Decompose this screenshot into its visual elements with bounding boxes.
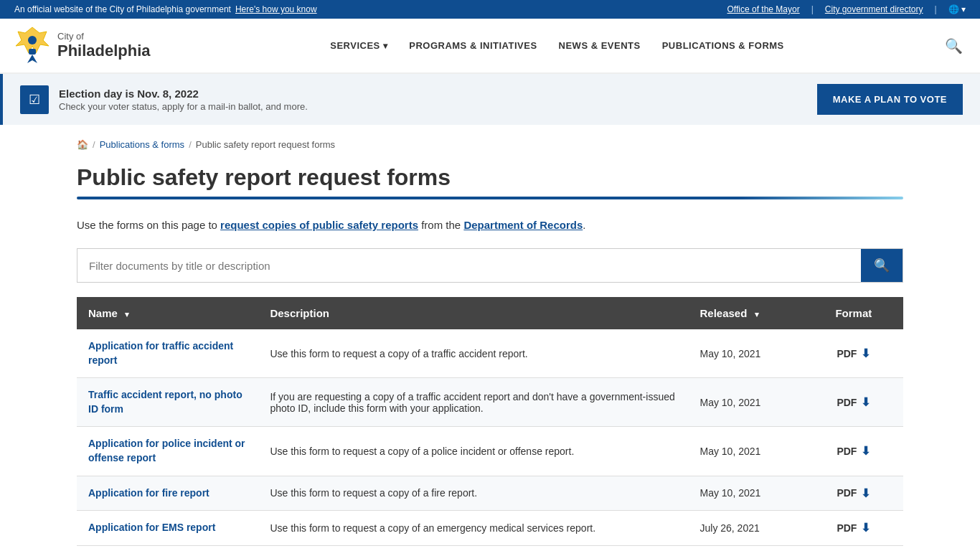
doc-name-link[interactable]: Application for police incident or offen… xyxy=(88,438,245,463)
main-content: 🏠 / Publications & forms / Public safety… xyxy=(60,125,920,551)
top-bar: An official website of the City of Phila… xyxy=(0,0,980,19)
site-header: City of Philadelphia SERVICES PROGRAMS &… xyxy=(0,19,980,74)
breadcrumb-current: Public safety report request forms xyxy=(196,139,335,150)
doc-name-link[interactable]: Traffic accident report, no photo ID for… xyxy=(88,389,242,415)
doc-name-link[interactable]: Application for traffic accident report xyxy=(88,340,233,366)
desc-middle: from the xyxy=(418,219,463,231)
table-row: Application for traffic accident report … xyxy=(77,329,903,378)
how-to-know-link[interactable]: Here's how you know xyxy=(235,4,317,14)
breadcrumb-home-link[interactable]: 🏠 xyxy=(77,139,88,150)
col-desc-header: Description xyxy=(258,297,688,329)
col-name-header[interactable]: Name ▾ xyxy=(77,297,258,329)
doc-released-cell: May 10, 2021 xyxy=(688,476,804,511)
title-underline xyxy=(77,197,903,199)
ballot-icon: ☑ xyxy=(29,92,40,108)
download-icon[interactable]: ⬇ xyxy=(861,395,870,409)
doc-format-cell: PDF ⬇ xyxy=(804,511,903,546)
alert-banner: ☑ Election day is Nov. 8, 2022 Check you… xyxy=(0,74,980,125)
desc-prefix: Use the forms on this page to xyxy=(77,219,220,231)
svg-marker-3 xyxy=(27,55,37,63)
alert-content: ☑ Election day is Nov. 8, 2022 Check you… xyxy=(20,85,308,114)
doc-name-link[interactable]: Application for EMS report xyxy=(88,522,215,533)
doc-format-cell: PDF ⬇ xyxy=(804,476,903,511)
logo-philly: Philadelphia xyxy=(57,42,151,60)
search-submit-button[interactable]: 🔍 xyxy=(861,249,903,282)
doc-name-cell: Application for police incident or offen… xyxy=(77,427,258,476)
doc-desc-cell: Use this form to request a copy of an em… xyxy=(258,511,688,546)
col-released-header[interactable]: Released ▾ xyxy=(688,297,804,329)
download-icon[interactable]: ⬇ xyxy=(861,521,870,534)
format-label: PDF xyxy=(837,487,857,499)
breadcrumb: 🏠 / Publications & forms / Public safety… xyxy=(77,139,903,150)
documents-table: Name ▾ Description Released ▾ Format App… xyxy=(77,297,903,546)
header-search-button[interactable]: 🔍 xyxy=(942,34,966,57)
format-label: PDF xyxy=(837,397,857,408)
globe-icon[interactable]: 🌐 ▾ xyxy=(948,4,966,14)
svg-rect-2 xyxy=(29,49,36,55)
table-row: Application for police incident or offen… xyxy=(77,427,903,476)
logo-svg xyxy=(14,26,50,65)
vote-button[interactable]: MAKE A PLAN TO VOTE xyxy=(817,84,963,115)
doc-name-cell: Application for fire report xyxy=(77,476,258,511)
doc-name-cell: Application for traffic accident report xyxy=(77,329,258,378)
download-icon[interactable]: ⬇ xyxy=(861,486,870,500)
table-row: Traffic accident report, no photo ID for… xyxy=(77,378,903,427)
home-icon: 🏠 xyxy=(77,139,88,150)
logo-city: City of xyxy=(57,31,151,42)
site-logo[interactable]: City of Philadelphia xyxy=(14,26,172,65)
desc-link2[interactable]: Department of Records xyxy=(463,219,583,231)
alert-subtitle: Check your voter status, apply for a mai… xyxy=(59,101,308,112)
desc-link1[interactable]: request copies of public safety reports xyxy=(220,219,418,231)
doc-released-cell: May 10, 2021 xyxy=(688,378,804,427)
alert-text: Election day is Nov. 8, 2022 Check your … xyxy=(59,88,308,112)
nav-publications[interactable]: PUBLICATIONS & FORMS xyxy=(662,40,784,51)
table-row: Application for fire report Use this for… xyxy=(77,476,903,511)
page-description: Use the forms on this page to request co… xyxy=(77,217,903,234)
doc-name-link[interactable]: Application for fire report xyxy=(88,487,209,499)
search-submit-icon: 🔍 xyxy=(874,258,890,273)
search-bar: 🔍 xyxy=(77,248,903,283)
main-nav: SERVICES PROGRAMS & INITIATIVES NEWS & E… xyxy=(172,40,942,51)
download-icon[interactable]: ⬇ xyxy=(861,444,870,458)
doc-released-cell: May 10, 2021 xyxy=(688,329,804,378)
released-sort-icon: ▾ xyxy=(755,310,759,319)
official-text: An official website of the City of Phila… xyxy=(14,4,231,14)
doc-released-cell: May 10, 2021 xyxy=(688,427,804,476)
doc-name-cell: Traffic accident report, no photo ID for… xyxy=(77,378,258,427)
city-directory-link[interactable]: City government directory xyxy=(825,4,923,14)
table-body: Application for traffic accident report … xyxy=(77,329,903,545)
doc-desc-cell: Use this form to request a copy of a pol… xyxy=(258,427,688,476)
doc-desc-cell: Use this form to request a copy of a tra… xyxy=(258,329,688,378)
col-format-header: Format xyxy=(804,297,903,329)
doc-desc-cell: If you are requesting a copy of a traffi… xyxy=(258,378,688,427)
name-sort-icon: ▾ xyxy=(125,310,129,319)
alert-icon: ☑ xyxy=(20,85,49,114)
format-label: PDF xyxy=(837,446,857,457)
search-input[interactable] xyxy=(77,249,861,282)
desc-suffix: . xyxy=(583,219,585,231)
top-bar-left: An official website of the City of Phila… xyxy=(14,4,317,14)
nav-services[interactable]: SERVICES xyxy=(330,40,387,51)
doc-released-cell: July 26, 2021 xyxy=(688,511,804,546)
doc-format-cell: PDF ⬇ xyxy=(804,378,903,427)
top-bar-right: Office of the Mayor | City government di… xyxy=(727,4,966,14)
table-header: Name ▾ Description Released ▾ Format xyxy=(77,297,903,329)
download-icon[interactable]: ⬇ xyxy=(861,347,870,360)
nav-news[interactable]: NEWS & EVENTS xyxy=(559,40,641,51)
alert-title: Election day is Nov. 8, 2022 xyxy=(59,88,308,100)
nav-programs[interactable]: PROGRAMS & INITIATIVES xyxy=(409,40,537,51)
doc-format-cell: PDF ⬇ xyxy=(804,427,903,476)
page-title: Public safety report request forms xyxy=(77,164,903,191)
svg-point-1 xyxy=(28,36,37,44)
table-row: Application for EMS report Use this form… xyxy=(77,511,903,546)
doc-name-cell: Application for EMS report xyxy=(77,511,258,546)
search-icon: 🔍 xyxy=(945,38,963,54)
doc-desc-cell: Use this form to request a copy of a fir… xyxy=(258,476,688,511)
doc-format-cell: PDF ⬇ xyxy=(804,329,903,378)
format-label: PDF xyxy=(837,348,857,359)
format-label: PDF xyxy=(837,522,857,534)
breadcrumb-publications-link[interactable]: Publications & forms xyxy=(100,139,185,150)
mayor-link[interactable]: Office of the Mayor xyxy=(727,4,800,14)
